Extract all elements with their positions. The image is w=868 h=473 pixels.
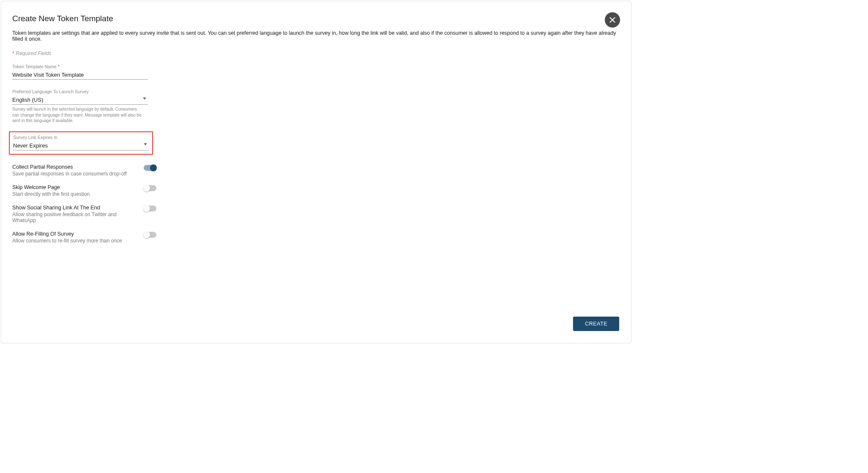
- social-sharing-title: Show Social Sharing Link At The End: [12, 205, 139, 211]
- required-fields-text: Required Fields: [16, 50, 51, 56]
- language-helper: Survey will launch in the selected langu…: [12, 106, 144, 124]
- expires-label: Survey Link Expires In: [13, 135, 149, 140]
- expires-select-value: Never Expires: [13, 141, 149, 150]
- token-name-group: Token Template Name *: [12, 64, 148, 80]
- collect-partial-toggle[interactable]: [144, 165, 156, 171]
- social-sharing-row: Show Social Sharing Link At The End Allo…: [12, 205, 156, 223]
- allow-refill-sub: Allow consumers to re-fill survey more t…: [12, 238, 139, 244]
- social-sharing-sub: Allow sharing positive feedback on Twitt…: [12, 211, 139, 223]
- language-group: Preferred Language To Launch Survey Engl…: [12, 89, 148, 124]
- collect-partial-sub: Save partial responses in case consumers…: [12, 171, 139, 177]
- page-title: Create New Token Template: [12, 14, 620, 23]
- expires-group: Survey Link Expires In Never Expires: [13, 135, 149, 150]
- skip-welcome-row: Skip Welcome Page Start directly with th…: [12, 184, 156, 197]
- language-label: Preferred Language To Launch Survey: [12, 89, 148, 94]
- allow-refill-title: Allow Re-Filling Of Survey: [12, 231, 139, 237]
- expires-highlight: Survey Link Expires In Never Expires: [9, 131, 153, 155]
- skip-welcome-toggle[interactable]: [144, 185, 156, 191]
- token-name-label: Token Template Name *: [12, 64, 148, 69]
- close-icon: [609, 17, 615, 23]
- token-name-label-text: Token Template Name: [12, 64, 56, 69]
- expires-select[interactable]: Never Expires: [13, 141, 149, 150]
- collect-partial-title: Collect Partial Responses: [12, 164, 139, 170]
- page-description: Token templates are settings that are ap…: [12, 30, 620, 42]
- skip-welcome-sub: Start directly with the first question: [12, 191, 139, 197]
- required-fields-note: * Required Fields: [12, 50, 620, 56]
- social-sharing-toggle[interactable]: [144, 206, 156, 211]
- token-name-input[interactable]: [12, 70, 148, 80]
- collect-partial-row: Collect Partial Responses Save partial r…: [12, 164, 156, 177]
- language-select[interactable]: English (US): [12, 95, 148, 105]
- create-button[interactable]: CREATE: [573, 317, 619, 331]
- language-select-value: English (US): [12, 95, 148, 105]
- skip-welcome-title: Skip Welcome Page: [12, 184, 139, 190]
- allow-refill-row: Allow Re-Filling Of Survey Allow consume…: [12, 231, 156, 244]
- close-button[interactable]: [605, 12, 620, 28]
- allow-refill-toggle[interactable]: [144, 232, 156, 238]
- token-template-panel: Create New Token Template Token template…: [1, 1, 632, 343]
